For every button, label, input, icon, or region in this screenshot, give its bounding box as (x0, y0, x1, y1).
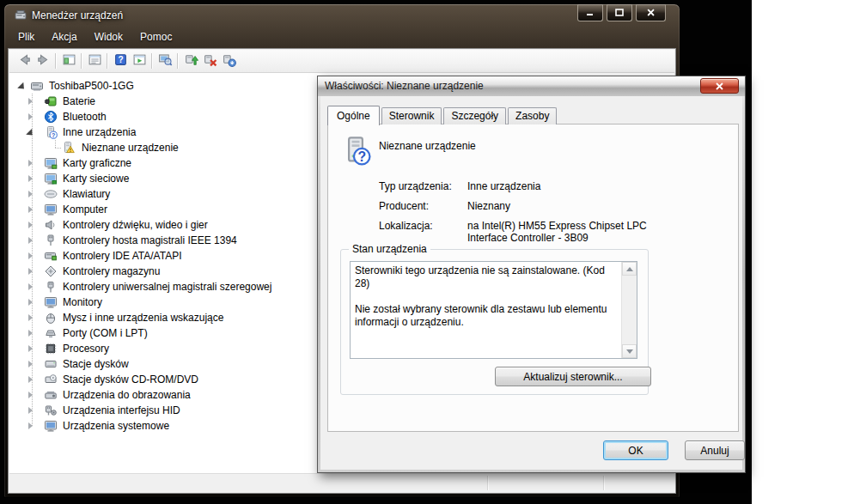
device-field-row: Typ urządzenia:Inne urządzenia (379, 180, 655, 192)
network-adapter-icon (44, 172, 58, 185)
status-bar (9, 473, 674, 492)
tab-ogólne[interactable]: Ogólne (327, 106, 380, 125)
toolbar-button-scan-computer[interactable] (156, 52, 174, 70)
device-manager-icon (14, 9, 27, 22)
status-bar-separator (603, 476, 605, 490)
cancel-button[interactable]: Anuluj (685, 440, 745, 460)
tree-item-label: Urządzenia do obrazowania (63, 387, 191, 403)
hid-icon (44, 404, 58, 417)
scroll-down-button[interactable] (622, 344, 637, 358)
scroll-up-button[interactable] (622, 262, 637, 276)
window-title: Menedżer urządzeń (32, 4, 123, 27)
dialog-close-button[interactable] (700, 78, 739, 94)
tree-item-label: Kontrolery magazynu (63, 264, 160, 279)
sound-icon (44, 218, 58, 232)
tree-item-label: Karty graficzne (63, 155, 131, 171)
tree-item-label: Mysz i inne urządzenia wskazujące (63, 310, 223, 325)
tree-item-label: Inne urządzenia (63, 124, 136, 140)
close-icon (647, 9, 656, 17)
toolbar-button-forward[interactable] (34, 52, 52, 70)
storage-controller-icon (44, 264, 58, 278)
device-status-group-title: Stan urządzenia (349, 243, 430, 255)
triangle-down-icon (626, 349, 633, 357)
properties-icon (88, 52, 102, 70)
scan-hardware-changes-icon (222, 52, 236, 70)
tree-item-label: Komputer (63, 202, 107, 217)
unknown-category-icon: ? (44, 125, 58, 139)
collapse-arrow-icon[interactable] (17, 82, 27, 92)
tree-item-label: Kontrolery IDE ATA/ATAPI (63, 248, 182, 264)
menu-item-plik[interactable]: Plik (9, 28, 43, 46)
toolbar-button-properties[interactable] (85, 52, 104, 70)
toolbar-separator (107, 53, 108, 69)
tab-page-general: ? Nieznane urządzenie Typ urządzenia:Inn… (327, 124, 739, 432)
toolbar-button-scan-hardware-changes[interactable] (219, 52, 238, 70)
monitor-icon (44, 295, 58, 309)
tree-item-label: Klawiatury (63, 186, 110, 202)
window-controls (577, 4, 666, 21)
tab-zasoby[interactable]: Zasoby (508, 107, 557, 124)
field-value: Nieznany (467, 200, 655, 212)
menu-item-akcja[interactable]: Akcja (43, 28, 85, 46)
device-fields: Typ urządzenia:Inne urządzeniaProducent:… (379, 180, 655, 252)
tree-item-label: Stacje dysków (63, 356, 129, 372)
field-value: Inne urządzenia (467, 180, 655, 192)
dialog-title: Właściwości: Nieznane urządzenie (325, 76, 484, 95)
toolbar-separator (151, 53, 153, 69)
update-driver-icon (184, 52, 198, 70)
maximize-icon (615, 9, 624, 17)
toolbar-button-back[interactable] (15, 52, 34, 70)
status-text-box[interactable]: Sterowniki tego urządzenia nie są zainst… (350, 261, 637, 359)
tree-item-label: Procesory (63, 341, 109, 356)
status-bar-separator (487, 476, 489, 490)
toolbar-button-show-console-tree[interactable] (59, 52, 78, 70)
minimize-button[interactable] (577, 4, 603, 21)
tab-sterownik[interactable]: Sterownik (381, 107, 442, 124)
toolbar-separator (81, 53, 82, 69)
menu-item-pomoc[interactable]: Pomoc (131, 28, 180, 46)
tree-item-label: Urządzenia interfejsu HID (63, 403, 180, 418)
status-scrollbar[interactable] (621, 262, 637, 358)
unknown-device-icon (61, 141, 75, 155)
close-button[interactable] (636, 4, 666, 21)
status-text: Sterowniki tego urządzenia nie są zainst… (355, 264, 618, 355)
tab-szczegóły[interactable]: Szczegóły (443, 107, 506, 124)
field-label: Lokalizacja: (379, 220, 467, 244)
svg-text:?: ? (357, 149, 366, 164)
field-label: Typ urządzenia: (379, 180, 467, 192)
toolbar-button-update-driver[interactable] (181, 52, 200, 70)
tree-child-guide-line (55, 140, 56, 148)
maximize-button[interactable] (607, 4, 632, 21)
show-window-icon (132, 52, 147, 70)
computer-icon (44, 203, 58, 216)
mouse-icon (44, 311, 58, 325)
disk-drive-icon (44, 357, 58, 371)
svg-text:?: ? (118, 55, 123, 64)
field-value: na Intel(R) HM55 Express Chipset LPC Int… (467, 220, 655, 244)
svg-text:?: ? (52, 132, 55, 138)
dialog-title-bar[interactable]: Właściwości: Nieznane urządzenie (318, 76, 745, 96)
toolbar-button-help[interactable]: ? (111, 52, 130, 70)
toolbar-button-uninstall-device[interactable] (200, 52, 219, 70)
close-icon (716, 82, 723, 90)
update-driver-button[interactable]: Aktualizuj sterownik... (495, 367, 651, 386)
ide-icon (44, 249, 58, 263)
toolbar: ? (9, 50, 674, 73)
tree-item-label: Bluetooth (63, 109, 107, 124)
device-name: Nieznane urządzenie (379, 140, 476, 152)
battery-icon (44, 94, 58, 108)
ieee1394-icon (44, 234, 58, 247)
ok-button[interactable]: OK (603, 440, 668, 460)
tree-item-label: Nieznane urządzenie (82, 140, 179, 155)
collapse-arrow-icon[interactable] (26, 129, 35, 138)
help-icon: ? (113, 52, 128, 70)
port-icon (44, 326, 58, 340)
tree-item-label: Monitory (63, 295, 102, 310)
properties-dialog: Właściwości: Nieznane urządzenie OgólneS… (317, 76, 746, 473)
forward-icon (36, 52, 51, 70)
menu-item-widok[interactable]: Widok (86, 28, 131, 46)
toolbar-button-show-window[interactable] (130, 52, 149, 70)
triangle-up-icon (626, 264, 633, 271)
tree-item-label: Kontrolery dźwięku, wideo i gier (63, 217, 208, 233)
tree-item-label: ToshibaP500-1GG (49, 78, 134, 94)
